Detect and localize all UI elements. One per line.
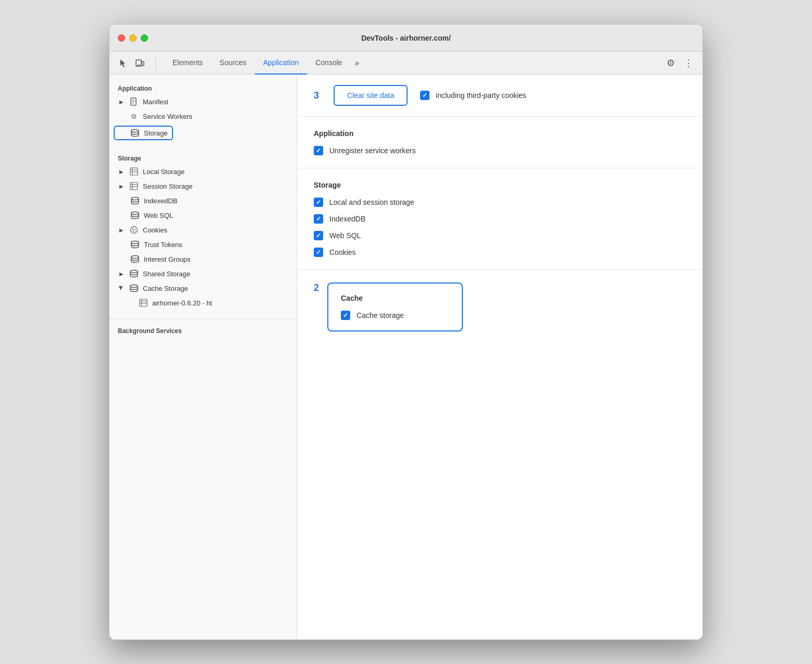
step3-label: 3: [314, 90, 319, 101]
local-session-row: Local and session storage: [314, 198, 686, 207]
trust-tokens-icon: [130, 240, 140, 249]
indexeddb-checkbox[interactable]: [314, 214, 323, 224]
cache-section-box: Cache Cache storage: [327, 282, 463, 331]
sidebar-item-indexeddb[interactable]: IndexedDB: [109, 193, 297, 208]
unregister-sw-row: Unregister service workers: [314, 146, 686, 155]
sidebar-item-cache-storage[interactable]: ▶ Cache Storage: [109, 281, 297, 296]
tab-sources[interactable]: Sources: [211, 52, 254, 75]
panel-storage-section: Storage Local and session storage Indexe…: [297, 168, 703, 270]
sidebar-item-storage[interactable]: ▶ Storage: [114, 126, 173, 140]
local-storage-icon: [129, 167, 139, 176]
trust-tokens-label: Trust Tokens: [144, 241, 182, 249]
panel-cache-section: 2 Cache Cache storage: [297, 270, 703, 344]
sidebar-item-trust-tokens[interactable]: Trust Tokens: [109, 237, 297, 252]
svg-point-16: [131, 198, 139, 200]
maximize-button[interactable]: [141, 34, 148, 42]
main-content: Application ▶ Manifest ▶ ⚙ Serv: [109, 75, 703, 640]
cache-storage-arrow: ▶: [118, 285, 125, 292]
interest-groups-label: Interest Groups: [144, 255, 191, 263]
cursor-icon[interactable]: [116, 56, 130, 70]
cache-checkbox-list: Cache storage: [341, 311, 449, 320]
cache-section-heading: Cache: [341, 294, 449, 302]
minimize-button[interactable]: [129, 34, 137, 42]
storage-label: Storage: [144, 129, 168, 137]
tab-icons: [116, 56, 156, 70]
shared-storage-icon: [129, 269, 139, 278]
sidebar-section-application: Application: [109, 81, 297, 94]
sidebar-item-service-workers[interactable]: ▶ ⚙ Service Workers: [109, 109, 297, 124]
close-button[interactable]: [118, 34, 125, 42]
local-storage-label: Local Storage: [143, 168, 184, 176]
third-party-row: including third-party cookies: [420, 91, 526, 100]
web-sql-label: Web SQL: [144, 212, 173, 219]
settings-icon[interactable]: ⚙: [663, 55, 679, 71]
manifest-arrow: ▶: [118, 98, 125, 105]
web-sql-icon: [130, 211, 140, 220]
traffic-lights: [118, 34, 148, 42]
svg-rect-8: [130, 168, 138, 175]
web-sql-label: Web SQL: [329, 231, 361, 240]
cache-storage-label: Cache Storage: [143, 285, 188, 292]
cache-storage-label: Cache storage: [356, 311, 404, 319]
tab-elements[interactable]: Elements: [164, 52, 211, 75]
sidebar-item-web-sql[interactable]: Web SQL: [109, 208, 297, 223]
tab-console[interactable]: Console: [307, 52, 350, 75]
cache-item-label: airhorner-0.6.20 - ht: [152, 299, 212, 307]
session-storage-label: Session Storage: [143, 182, 192, 190]
tab-bar: Elements Sources Application Console » ⚙…: [109, 52, 703, 75]
svg-point-27: [130, 285, 138, 288]
storage-checkbox-list: Local and session storage IndexedDB Web …: [314, 198, 686, 257]
sidebar-item-shared-storage[interactable]: ▶ Shared Storage: [109, 266, 297, 281]
cache-storage-icon: [129, 284, 139, 293]
svg-point-22: [132, 230, 132, 231]
sidebar-item-interest-groups[interactable]: Interest Groups: [109, 252, 297, 266]
more-options-icon[interactable]: ⋮: [681, 55, 696, 71]
svg-point-21: [133, 230, 134, 231]
background-section-divider: [109, 318, 297, 323]
sidebar-section-background: Background Services: [109, 323, 297, 337]
service-workers-icon: ⚙: [129, 112, 139, 121]
cache-section-inner: 2 Cache Cache storage: [314, 282, 686, 331]
clear-site-button[interactable]: Clear site data: [334, 85, 408, 106]
sidebar-item-local-storage[interactable]: ▶ Local Storage: [109, 164, 297, 179]
svg-point-24: [131, 241, 139, 244]
cookies-checkbox[interactable]: [314, 248, 323, 257]
svg-point-17: [131, 212, 139, 215]
svg-point-26: [130, 270, 138, 273]
step2-label: 2: [314, 282, 319, 293]
tab-application[interactable]: Application: [255, 52, 307, 75]
unregister-sw-label: Unregister service workers: [329, 146, 416, 155]
panel-application-section: Application Unregister service workers: [297, 117, 703, 168]
device-icon[interactable]: [132, 56, 147, 70]
session-storage-icon: [129, 181, 139, 191]
manifest-icon: [129, 97, 139, 106]
local-storage-arrow: ▶: [118, 168, 125, 175]
cookies-label: Cookies: [329, 248, 356, 256]
storage-section-heading: Storage: [314, 181, 686, 189]
service-workers-label: Service Workers: [143, 113, 192, 120]
local-session-checkbox[interactable]: [314, 198, 323, 207]
cache-storage-row: Cache storage: [341, 311, 449, 320]
cookies-arrow: ▶: [118, 226, 125, 233]
svg-point-19: [132, 228, 133, 229]
sidebar-section-storage: Storage: [109, 151, 297, 164]
app-checkbox-list: Unregister service workers: [314, 146, 686, 155]
local-session-label: Local and session storage: [329, 198, 414, 206]
sidebar-item-cookies[interactable]: ▶ Cookies: [109, 223, 297, 237]
web-sql-checkbox[interactable]: [314, 231, 323, 240]
interest-groups-icon: [130, 254, 140, 264]
shared-storage-arrow: ▶: [118, 270, 125, 277]
sidebar-item-cache-item[interactable]: airhorner-0.6.20 - ht: [109, 296, 297, 310]
svg-rect-28: [140, 299, 147, 306]
clear-site-row: 3 Clear site data including third-party …: [297, 75, 703, 117]
title-bar: DevTools - airhorner.com/: [109, 24, 703, 52]
tabs: Elements Sources Application Console »: [164, 52, 663, 75]
sidebar-item-manifest[interactable]: ▶ Manifest: [109, 94, 297, 109]
cookies-icon: [129, 225, 139, 235]
web-sql-row: Web SQL: [314, 231, 686, 240]
tab-more[interactable]: »: [351, 52, 364, 75]
cache-storage-checkbox[interactable]: [341, 311, 350, 320]
sidebar-item-session-storage[interactable]: ▶ Session Storage: [109, 179, 297, 193]
unregister-sw-checkbox[interactable]: [314, 146, 323, 155]
third-party-checkbox[interactable]: [420, 91, 429, 100]
